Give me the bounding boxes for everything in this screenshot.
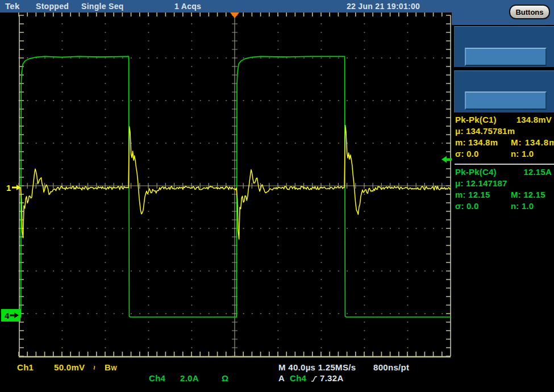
rising-slope-icon: [311, 375, 318, 382]
svg-text:1: 1: [6, 183, 11, 193]
ch1-scale: 50.0mV: [54, 362, 85, 372]
ch4-impedance: Ω: [222, 373, 228, 383]
ac-coupling-icon: ~: [92, 362, 97, 372]
bottom-readout-bar: Ch1 50.0mV ~ BW M 40.0µs 1.25MS/s 800ns/…: [0, 359, 554, 392]
trigger-source: Ch4: [290, 373, 306, 383]
ch1-label: Ch1: [17, 362, 34, 372]
timebase-readout: M 40.0µs 1.25MS/s: [278, 362, 356, 372]
resolution-readout: 800ns/pt: [373, 362, 409, 372]
ch4-label: Ch4: [149, 373, 165, 383]
waveform-display: 14: [0, 0, 554, 392]
ch4-scale: 2.0A: [180, 373, 199, 383]
svg-text:4: 4: [5, 311, 10, 320]
trigger-mode: A: [278, 373, 285, 383]
oscilloscope-screen: Tek Stopped Single Seq 1 Acqs 22 Jun 21 …: [0, 0, 554, 392]
trigger-level: 7.32A: [320, 373, 344, 383]
ch1-bandwidth-indicator: BW: [105, 362, 117, 372]
